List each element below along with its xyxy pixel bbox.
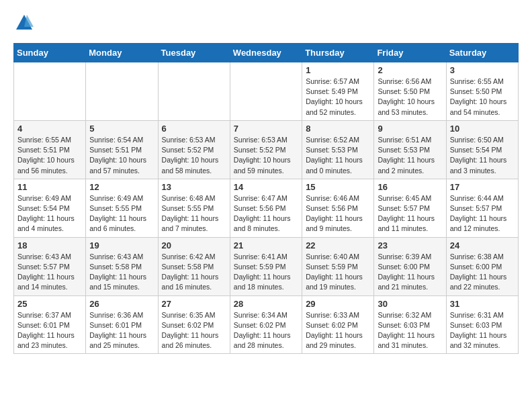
day-info: Sunrise: 6:49 AMSunset: 5:55 PMDaylight:… bbox=[89, 193, 154, 234]
calendar-week-0: 1Sunrise: 6:57 AMSunset: 5:49 PMDaylight… bbox=[14, 62, 519, 121]
day-number: 30 bbox=[378, 299, 442, 309]
day-info: Sunrise: 6:42 AMSunset: 5:58 PMDaylight:… bbox=[162, 252, 226, 293]
day-number: 14 bbox=[234, 182, 298, 192]
calendar-week-4: 25Sunrise: 6:37 AMSunset: 6:01 PMDayligh… bbox=[14, 295, 519, 354]
calendar-cell bbox=[230, 62, 302, 121]
calendar-cell: 26Sunrise: 6:36 AMSunset: 6:01 PMDayligh… bbox=[86, 295, 158, 354]
day-info: Sunrise: 6:51 AMSunset: 5:53 PMDaylight:… bbox=[378, 135, 442, 176]
day-info: Sunrise: 6:38 AMSunset: 6:00 PMDaylight:… bbox=[450, 252, 515, 293]
day-info: Sunrise: 6:52 AMSunset: 5:53 PMDaylight:… bbox=[306, 135, 370, 176]
day-info: Sunrise: 6:36 AMSunset: 6:01 PMDaylight:… bbox=[89, 310, 154, 351]
day-number: 21 bbox=[234, 240, 298, 250]
calendar-cell: 11Sunrise: 6:49 AMSunset: 5:54 PMDayligh… bbox=[14, 179, 86, 237]
weekday-header-monday: Monday bbox=[86, 44, 158, 62]
calendar-cell: 8Sunrise: 6:52 AMSunset: 5:53 PMDaylight… bbox=[302, 120, 374, 179]
day-number: 16 bbox=[378, 182, 442, 192]
calendar-cell: 17Sunrise: 6:44 AMSunset: 5:57 PMDayligh… bbox=[446, 179, 518, 237]
calendar-cell: 24Sunrise: 6:38 AMSunset: 6:00 PMDayligh… bbox=[446, 237, 518, 295]
calendar-cell: 5Sunrise: 6:54 AMSunset: 5:51 PMDaylight… bbox=[86, 120, 158, 179]
day-number: 15 bbox=[306, 182, 370, 192]
day-info: Sunrise: 6:45 AMSunset: 5:57 PMDaylight:… bbox=[378, 193, 442, 234]
calendar-cell: 23Sunrise: 6:39 AMSunset: 6:00 PMDayligh… bbox=[374, 237, 446, 295]
day-info: Sunrise: 6:44 AMSunset: 5:57 PMDaylight:… bbox=[450, 193, 515, 234]
day-info: Sunrise: 6:40 AMSunset: 5:59 PMDaylight:… bbox=[306, 252, 370, 293]
day-info: Sunrise: 6:53 AMSunset: 5:52 PMDaylight:… bbox=[162, 135, 226, 176]
page-header bbox=[13, 13, 519, 32]
calendar-table: SundayMondayTuesdayWednesdayThursdayFrid… bbox=[13, 43, 519, 354]
calendar-cell: 27Sunrise: 6:35 AMSunset: 6:02 PMDayligh… bbox=[158, 295, 230, 354]
day-number: 1 bbox=[306, 65, 370, 75]
calendar-cell: 20Sunrise: 6:42 AMSunset: 5:58 PMDayligh… bbox=[158, 237, 230, 295]
calendar-cell: 12Sunrise: 6:49 AMSunset: 5:55 PMDayligh… bbox=[86, 179, 158, 237]
day-number: 20 bbox=[162, 240, 226, 250]
weekday-header-thursday: Thursday bbox=[302, 44, 374, 62]
calendar-cell: 18Sunrise: 6:43 AMSunset: 5:57 PMDayligh… bbox=[14, 237, 86, 295]
day-info: Sunrise: 6:47 AMSunset: 5:56 PMDaylight:… bbox=[234, 193, 298, 234]
day-number: 7 bbox=[234, 124, 298, 134]
day-info: Sunrise: 6:55 AMSunset: 5:50 PMDaylight:… bbox=[450, 77, 515, 118]
day-info: Sunrise: 6:53 AMSunset: 5:52 PMDaylight:… bbox=[234, 135, 298, 176]
day-info: Sunrise: 6:49 AMSunset: 5:54 PMDaylight:… bbox=[17, 193, 82, 234]
day-info: Sunrise: 6:48 AMSunset: 5:55 PMDaylight:… bbox=[162, 193, 226, 234]
calendar-cell: 28Sunrise: 6:34 AMSunset: 6:02 PMDayligh… bbox=[230, 295, 302, 354]
day-info: Sunrise: 6:50 AMSunset: 5:54 PMDaylight:… bbox=[450, 135, 515, 176]
weekday-header-saturday: Saturday bbox=[446, 44, 518, 62]
day-info: Sunrise: 6:43 AMSunset: 5:58 PMDaylight:… bbox=[89, 252, 154, 293]
day-info: Sunrise: 6:54 AMSunset: 5:51 PMDaylight:… bbox=[89, 135, 154, 176]
calendar-cell: 31Sunrise: 6:31 AMSunset: 6:03 PMDayligh… bbox=[446, 295, 518, 354]
calendar-cell: 6Sunrise: 6:53 AMSunset: 5:52 PMDaylight… bbox=[158, 120, 230, 179]
calendar-cell: 30Sunrise: 6:32 AMSunset: 6:03 PMDayligh… bbox=[374, 295, 446, 354]
day-number: 24 bbox=[450, 240, 515, 250]
day-number: 12 bbox=[89, 182, 154, 192]
calendar-cell bbox=[86, 62, 158, 121]
calendar-cell bbox=[158, 62, 230, 121]
day-number: 22 bbox=[306, 240, 370, 250]
day-info: Sunrise: 6:34 AMSunset: 6:02 PMDaylight:… bbox=[234, 310, 298, 351]
calendar-body: 1Sunrise: 6:57 AMSunset: 5:49 PMDaylight… bbox=[14, 62, 519, 354]
day-info: Sunrise: 6:35 AMSunset: 6:02 PMDaylight:… bbox=[162, 310, 226, 351]
day-info: Sunrise: 6:55 AMSunset: 5:51 PMDaylight:… bbox=[17, 135, 82, 176]
svg-marker-1 bbox=[24, 15, 34, 27]
day-number: 9 bbox=[378, 124, 442, 134]
day-number: 11 bbox=[17, 182, 82, 192]
day-number: 19 bbox=[89, 240, 154, 250]
day-number: 29 bbox=[306, 299, 370, 309]
weekday-header-row: SundayMondayTuesdayWednesdayThursdayFrid… bbox=[14, 44, 519, 62]
day-info: Sunrise: 6:37 AMSunset: 6:01 PMDaylight:… bbox=[17, 310, 82, 351]
day-number: 27 bbox=[162, 299, 226, 309]
calendar-cell: 29Sunrise: 6:33 AMSunset: 6:02 PMDayligh… bbox=[302, 295, 374, 354]
calendar-cell: 10Sunrise: 6:50 AMSunset: 5:54 PMDayligh… bbox=[446, 120, 518, 179]
day-info: Sunrise: 6:41 AMSunset: 5:59 PMDaylight:… bbox=[234, 252, 298, 293]
day-info: Sunrise: 6:56 AMSunset: 5:50 PMDaylight:… bbox=[378, 77, 442, 118]
calendar-week-3: 18Sunrise: 6:43 AMSunset: 5:57 PMDayligh… bbox=[14, 237, 519, 295]
calendar-cell bbox=[14, 62, 86, 121]
calendar-cell: 7Sunrise: 6:53 AMSunset: 5:52 PMDaylight… bbox=[230, 120, 302, 179]
calendar-cell: 25Sunrise: 6:37 AMSunset: 6:01 PMDayligh… bbox=[14, 295, 86, 354]
day-info: Sunrise: 6:57 AMSunset: 5:49 PMDaylight:… bbox=[306, 77, 370, 118]
calendar-cell: 21Sunrise: 6:41 AMSunset: 5:59 PMDayligh… bbox=[230, 237, 302, 295]
logo-text bbox=[13, 13, 34, 32]
calendar-cell: 2Sunrise: 6:56 AMSunset: 5:50 PMDaylight… bbox=[374, 62, 446, 121]
day-number: 26 bbox=[89, 299, 154, 309]
day-number: 17 bbox=[450, 182, 515, 192]
weekday-header-wednesday: Wednesday bbox=[230, 44, 302, 62]
day-number: 31 bbox=[450, 299, 515, 309]
weekday-header-tuesday: Tuesday bbox=[158, 44, 230, 62]
weekday-header-sunday: Sunday bbox=[14, 44, 86, 62]
calendar-cell: 9Sunrise: 6:51 AMSunset: 5:53 PMDaylight… bbox=[374, 120, 446, 179]
day-info: Sunrise: 6:33 AMSunset: 6:02 PMDaylight:… bbox=[306, 310, 370, 351]
calendar-cell: 4Sunrise: 6:55 AMSunset: 5:51 PMDaylight… bbox=[14, 120, 86, 179]
day-number: 8 bbox=[306, 124, 370, 134]
day-number: 25 bbox=[17, 299, 82, 309]
calendar-cell: 1Sunrise: 6:57 AMSunset: 5:49 PMDaylight… bbox=[302, 62, 374, 121]
calendar-week-1: 4Sunrise: 6:55 AMSunset: 5:51 PMDaylight… bbox=[14, 120, 519, 179]
logo bbox=[13, 13, 34, 32]
weekday-header-friday: Friday bbox=[374, 44, 446, 62]
day-number: 23 bbox=[378, 240, 442, 250]
day-info: Sunrise: 6:43 AMSunset: 5:57 PMDaylight:… bbox=[17, 252, 82, 293]
day-info: Sunrise: 6:46 AMSunset: 5:56 PMDaylight:… bbox=[306, 193, 370, 234]
day-number: 28 bbox=[234, 299, 298, 309]
day-info: Sunrise: 6:31 AMSunset: 6:03 PMDaylight:… bbox=[450, 310, 515, 351]
calendar-cell: 19Sunrise: 6:43 AMSunset: 5:58 PMDayligh… bbox=[86, 237, 158, 295]
day-number: 4 bbox=[17, 124, 82, 134]
